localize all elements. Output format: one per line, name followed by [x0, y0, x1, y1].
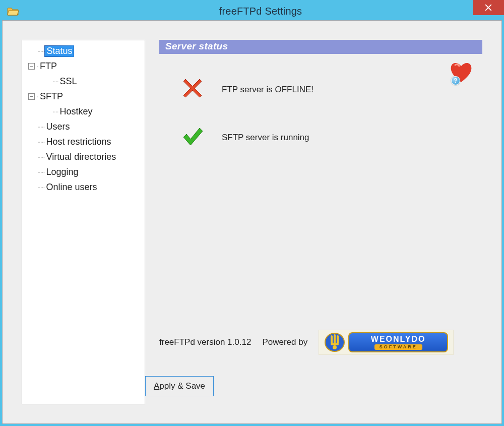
tree-label: Virtual directories [44, 152, 117, 162]
footer-info: freeFTPd version 1.0.12 Powered by WEONL… [159, 330, 478, 355]
close-button[interactable] [473, 0, 504, 15]
tree-item-ssl[interactable]: ···· SSL [24, 74, 143, 89]
content-panel: Server status ? FTP server is OFFLINE! [145, 40, 482, 404]
tree-label: SSL [58, 76, 79, 87]
tree-item-host-restrictions[interactable]: ····· Host restrictions [24, 134, 143, 149]
version-text: freeFTPd version 1.0.12 [159, 337, 251, 347]
powered-by-text: Powered by [262, 337, 307, 347]
sftp-status-text: SFTP server is running [222, 133, 309, 143]
tree-label: Logging [44, 167, 80, 177]
ftp-status-text: FTP server is OFFLINE! [222, 85, 313, 95]
tree-item-virtual-directories[interactable]: ····· Virtual directories [24, 149, 143, 164]
tree-item-ftp[interactable]: − · FTP [24, 58, 143, 74]
weonlydo-logo[interactable]: WEONLYDO SOFTWARE [319, 330, 454, 355]
tree-label: Status [44, 45, 74, 57]
collapse-icon[interactable]: − [28, 93, 35, 100]
tree-label: FTP [38, 61, 58, 72]
collapse-icon[interactable]: − [28, 63, 35, 70]
app-window: freeFTPd Settings ····· Status − · FTP ·… [0, 0, 504, 426]
cross-icon [181, 77, 204, 102]
window-title: freeFTPd Settings [19, 6, 502, 17]
logo-sub-text: SOFTWARE [374, 344, 422, 350]
logo-main-text: WEONLYDO [371, 335, 426, 343]
tree-item-sftp[interactable]: − · SFTP [24, 89, 143, 104]
tree-item-hostkey[interactable]: ···· Hostkey [24, 104, 143, 119]
tree-item-status[interactable]: ····· Status [24, 43, 143, 58]
check-icon [181, 125, 204, 150]
tree-item-online-users[interactable]: ····· Online users [24, 179, 143, 195]
sftp-status-row: SFTP server is running [181, 125, 482, 150]
tree-label: Hostkey [58, 106, 94, 117]
ftp-status-row: FTP server is OFFLINE! [181, 77, 482, 102]
tree-item-logging[interactable]: ····· Logging [24, 164, 143, 179]
tree-label: Online users [44, 182, 98, 193]
tree-label: SFTP [38, 91, 65, 102]
tree-item-users[interactable]: ····· Users [24, 119, 143, 134]
tree-label: Users [44, 121, 71, 132]
folder-icon [7, 6, 19, 16]
titlebar: freeFTPd Settings [2, 2, 502, 20]
client-area: ····· Status − · FTP ···· SSL − · SFTP [2, 20, 502, 424]
svg-point-1 [333, 345, 337, 349]
tree-label: Host restrictions [44, 137, 112, 147]
apply-save-button[interactable]: Apply & Save [145, 376, 214, 396]
section-header: Server status [159, 40, 482, 54]
help-icon[interactable]: ? [451, 76, 460, 85]
nav-tree: ····· Status − · FTP ···· SSL − · SFTP [22, 40, 145, 404]
